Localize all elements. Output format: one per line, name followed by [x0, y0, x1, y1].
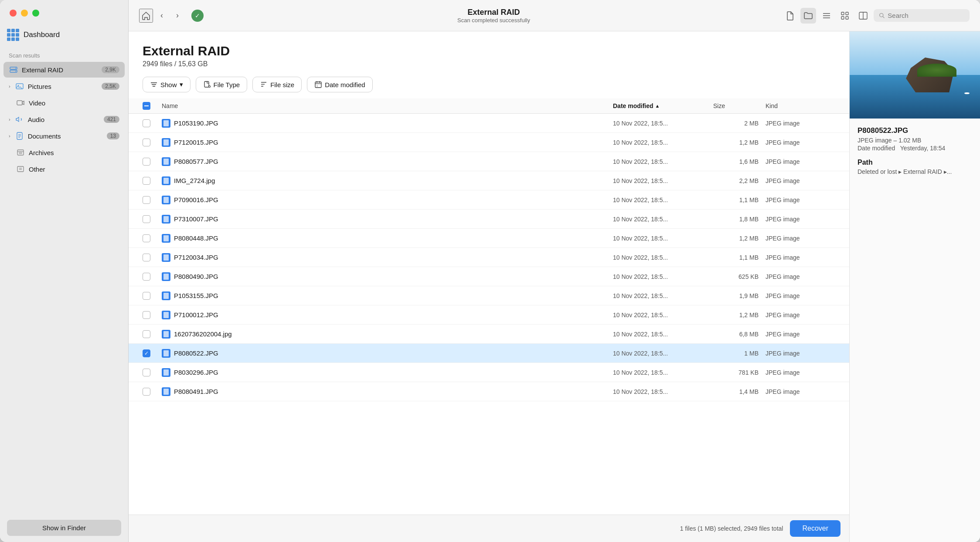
table-row[interactable]: P8080448.JPG 10 Nov 2022, 18:5... 1,2 MB… — [129, 229, 849, 248]
table-row[interactable]: P7090016.JPG 10 Nov 2022, 18:5... 1,1 MB… — [129, 190, 849, 210]
row-checkbox[interactable] — [143, 139, 150, 146]
table-row[interactable]: IMG_2724.jpg 10 Nov 2022, 18:5... 2,2 MB… — [129, 171, 849, 190]
show-filter-button[interactable]: Show ▾ — [143, 77, 191, 92]
table-row[interactable]: P8080577.JPG 10 Nov 2022, 18:5... 1,6 MB… — [129, 152, 849, 171]
forward-button[interactable]: › — [170, 9, 184, 23]
kind-column-header[interactable]: Kind — [766, 102, 835, 109]
sidebar-item-pictures-label: Pictures — [28, 83, 99, 90]
row-checkbox[interactable] — [143, 234, 150, 242]
row-checkbox[interactable] — [143, 215, 150, 223]
date-column-header[interactable]: Date modified ▲ — [613, 102, 713, 109]
file-name-cell: P8080577.JPG — [162, 157, 613, 166]
file-thumbnail — [162, 138, 170, 147]
row-checkbox[interactable] — [143, 273, 150, 281]
file-thumbnail — [162, 311, 170, 319]
search-input[interactable] — [888, 12, 964, 19]
show-in-finder-button[interactable]: Show in Finder — [7, 520, 121, 536]
file-name-cell: P7090016.JPG — [162, 196, 613, 204]
size-column-header[interactable]: Size — [713, 102, 766, 109]
sidebar-item-documents-label: Documents — [28, 132, 103, 140]
file-name: P7100012.JPG — [174, 311, 218, 318]
file-date: 10 Nov 2022, 18:5... — [613, 331, 713, 338]
row-checkbox[interactable] — [143, 369, 150, 376]
sidebar-item-audio[interactable]: › Audio 421 — [3, 112, 125, 127]
table-row[interactable]: 1620736202004.jpg 10 Nov 2022, 18:5... 6… — [129, 325, 849, 344]
file-kind: JPEG image — [766, 292, 835, 299]
close-button[interactable] — [10, 10, 17, 17]
preview-path-value: Deleted or lost ▸ External RAID ▸... — [858, 168, 972, 175]
row-checkbox[interactable] — [143, 158, 150, 166]
search-box[interactable] — [874, 9, 970, 22]
grid-view-button[interactable] — [837, 8, 853, 24]
file-kind: JPEG image — [766, 350, 835, 357]
table-row[interactable]: P7100012.JPG 10 Nov 2022, 18:5... 1,2 MB… — [129, 305, 849, 325]
svg-rect-4 — [16, 84, 23, 89]
table-row[interactable]: P1053190.JPG 10 Nov 2022, 18:5... 2 MB J… — [129, 114, 849, 133]
date-modified-filter-button[interactable]: 1 Date modified — [307, 77, 373, 92]
sidebar-item-external-raid[interactable]: External RAID 2,9K — [3, 62, 125, 78]
back-button[interactable]: ‹ — [155, 9, 169, 23]
table-row[interactable]: P8080522.JPG 10 Nov 2022, 18:5... 1 MB J… — [129, 344, 849, 363]
home-button[interactable] — [139, 9, 153, 23]
new-file-button[interactable] — [782, 8, 798, 24]
file-thumbnail — [162, 349, 170, 358]
sidebar-item-video[interactable]: Video — [3, 95, 125, 111]
file-name-cell: P8030296.JPG — [162, 368, 613, 377]
preview-date-value: Yesterday, 18:54 — [900, 145, 946, 152]
sidebar-item-archives[interactable]: Archives — [3, 145, 125, 160]
file-date: 10 Nov 2022, 18:5... — [613, 388, 713, 395]
split-view-button[interactable] — [855, 8, 871, 24]
file-name-cell: IMG_2724.jpg — [162, 176, 613, 185]
file-name: P1053155.JPG — [174, 292, 218, 299]
table-row[interactable]: P7120034.JPG 10 Nov 2022, 18:5... 1,1 MB… — [129, 248, 849, 267]
dashboard-button[interactable]: Dashboard — [0, 25, 128, 49]
svg-rect-20 — [841, 12, 844, 15]
file-name: P8080490.JPG — [174, 273, 218, 280]
show-filter-chevron: ▾ — [180, 81, 183, 88]
name-column-header[interactable]: Name — [162, 102, 613, 109]
row-checkbox[interactable] — [143, 119, 150, 127]
table-row[interactable]: P7310007.JPG 10 Nov 2022, 18:5... 1,8 MB… — [129, 210, 849, 229]
sidebar-item-pictures[interactable]: › Pictures 2,5K — [3, 78, 125, 94]
file-thumbnail — [162, 291, 170, 300]
list-view-button[interactable] — [819, 8, 834, 24]
select-all-checkbox[interactable] — [143, 102, 150, 110]
file-name: P8080448.JPG — [174, 234, 218, 242]
toolbar-title-block: External RAID Scan completed successfull… — [209, 8, 779, 24]
row-checkbox[interactable] — [143, 388, 150, 396]
svg-rect-6 — [17, 101, 22, 105]
row-checkbox[interactable] — [143, 177, 150, 185]
file-size: 6,8 MB — [713, 331, 766, 338]
table-row[interactable]: P7120015.JPG 10 Nov 2022, 18:5... 1,2 MB… — [129, 133, 849, 152]
toolbar: ‹ › ✓ External RAID Scan completed succe… — [129, 0, 980, 31]
row-checkbox[interactable] — [143, 330, 150, 338]
filter-bar: Show ▾ File Type — [129, 73, 849, 98]
row-checkbox[interactable] — [143, 292, 150, 300]
sidebar-item-documents[interactable]: › Documents 13 — [3, 128, 125, 144]
raid-icon — [9, 65, 18, 75]
row-checkbox[interactable] — [143, 349, 150, 357]
svg-rect-21 — [846, 12, 848, 15]
folder-view-button[interactable] — [800, 8, 816, 24]
maximize-button[interactable] — [32, 10, 39, 17]
file-name-cell: P7310007.JPG — [162, 215, 613, 224]
file-size-icon — [260, 81, 268, 88]
row-checkbox[interactable] — [143, 254, 150, 261]
file-thumbnail — [162, 176, 170, 185]
file-kind: JPEG image — [766, 158, 835, 165]
row-checkbox[interactable] — [143, 311, 150, 319]
file-type-filter-button[interactable]: File Type — [196, 77, 248, 92]
minimize-button[interactable] — [21, 10, 28, 17]
table-row[interactable]: P8080491.JPG 10 Nov 2022, 18:5... 1,4 MB… — [129, 382, 849, 401]
table-row[interactable]: P8030296.JPG 10 Nov 2022, 18:5... 781 KB… — [129, 363, 849, 382]
sidebar-item-other[interactable]: Other — [3, 161, 125, 177]
file-size: 625 KB — [713, 273, 766, 280]
table-row[interactable]: P1053155.JPG 10 Nov 2022, 18:5... 1,9 MB… — [129, 286, 849, 305]
file-kind: JPEG image — [766, 369, 835, 376]
file-table: Name Date modified ▲ Size Kind — [129, 98, 849, 515]
file-name: P8080491.JPG — [174, 388, 218, 395]
file-size-filter-button[interactable]: File size — [252, 77, 302, 92]
table-row[interactable]: P8080490.JPG 10 Nov 2022, 18:5... 625 KB… — [129, 267, 849, 286]
row-checkbox[interactable] — [143, 196, 150, 204]
recover-button[interactable]: Recover — [790, 520, 840, 537]
